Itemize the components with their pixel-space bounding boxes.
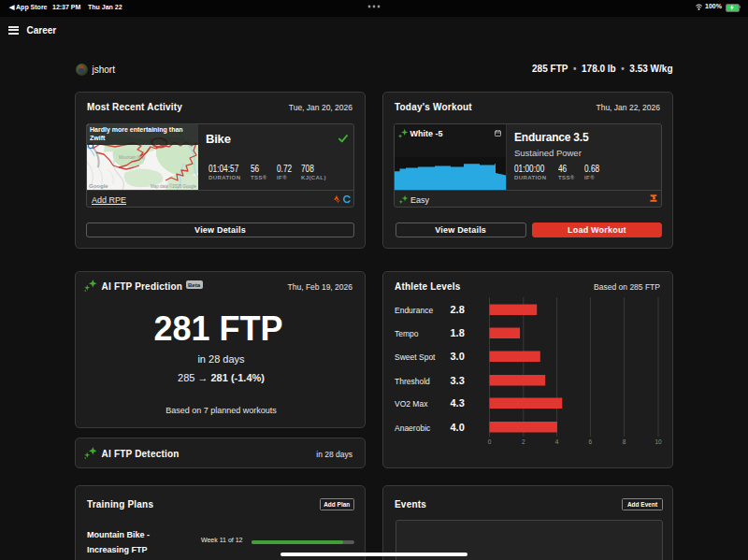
svg-text:6: 6	[589, 438, 593, 445]
svg-text:2: 2	[522, 438, 525, 445]
svg-text:4: 4	[555, 438, 559, 445]
svg-text:8: 8	[623, 438, 626, 445]
svg-text:0: 0	[488, 438, 492, 445]
svg-text:10: 10	[654, 438, 662, 445]
